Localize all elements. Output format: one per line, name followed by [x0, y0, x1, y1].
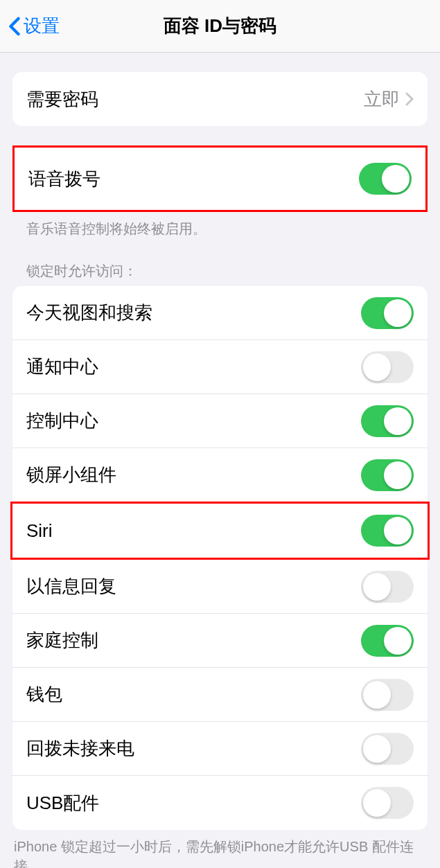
locked-access-toggle[interactable] — [361, 733, 414, 765]
locked-access-toggle[interactable] — [361, 351, 414, 383]
locked-access-label: 回拨未接来电 — [26, 736, 134, 761]
locked-access-label: 锁屏小组件 — [26, 463, 116, 487]
locked-access-toggle[interactable] — [361, 515, 414, 547]
voice-dial-label: 语音拨号 — [28, 167, 100, 191]
locked-access-toggle[interactable] — [361, 787, 414, 819]
require-passcode-value: 立即 — [364, 87, 414, 112]
locked-access-toggle[interactable] — [361, 459, 414, 491]
back-button[interactable]: 设置 — [0, 14, 60, 38]
locked-access-row: 通知中心 — [12, 340, 428, 394]
locked-access-label: 通知中心 — [26, 355, 98, 379]
require-passcode-value-text: 立即 — [364, 87, 400, 112]
locked-access-row: 今天视图和搜索 — [12, 286, 428, 340]
locked-access-header: 锁定时允许访问： — [12, 262, 428, 286]
locked-access-list: 今天视图和搜索通知中心控制中心锁屏小组件Siri以信息回复家庭控制钱包回拨未接来… — [12, 286, 428, 830]
locked-access-row: Siri — [12, 504, 428, 558]
require-passcode-row[interactable]: 需要密码 立即 — [12, 72, 428, 126]
back-label: 设置 — [24, 14, 60, 38]
locked-access-label: 钱包 — [26, 682, 62, 707]
locked-access-row: 钱包 — [12, 668, 428, 722]
locked-access-row: 锁屏小组件 — [12, 448, 428, 502]
locked-access-label: 今天视图和搜索 — [26, 301, 152, 325]
page-title: 面容 ID与密码 — [164, 14, 276, 38]
nav-header: 设置 面容 ID与密码 — [0, 0, 440, 53]
chevron-left-icon — [8, 17, 21, 36]
voice-dial-footer: 音乐语音控制将始终被启用。 — [12, 212, 428, 238]
voice-dial-row: 语音拨号 — [15, 148, 425, 210]
locked-access-toggle[interactable] — [361, 679, 414, 711]
chevron-right-icon — [405, 92, 414, 106]
locked-access-toggle[interactable] — [361, 405, 414, 437]
locked-access-row: 回拨未接来电 — [12, 722, 428, 776]
locked-access-row: 控制中心 — [12, 394, 428, 448]
locked-access-row: 以信息回复 — [12, 560, 428, 614]
locked-access-label: Siri — [26, 520, 53, 542]
locked-access-label: 控制中心 — [26, 409, 98, 433]
locked-access-toggle[interactable] — [361, 571, 414, 603]
locked-access-footer: iPhone 锁定超过一小时后，需先解锁iPhone才能允许USB 配件连接。 — [12, 830, 428, 868]
require-passcode-label: 需要密码 — [26, 87, 98, 112]
voice-dial-toggle[interactable] — [359, 163, 412, 195]
locked-access-row: USB配件 — [12, 776, 428, 830]
locked-access-toggle[interactable] — [361, 625, 414, 657]
locked-access-row: 家庭控制 — [12, 614, 428, 668]
locked-access-label: USB配件 — [26, 791, 99, 815]
locked-access-label: 以信息回复 — [26, 574, 116, 599]
locked-access-toggle[interactable] — [361, 297, 414, 329]
locked-access-label: 家庭控制 — [26, 628, 98, 653]
